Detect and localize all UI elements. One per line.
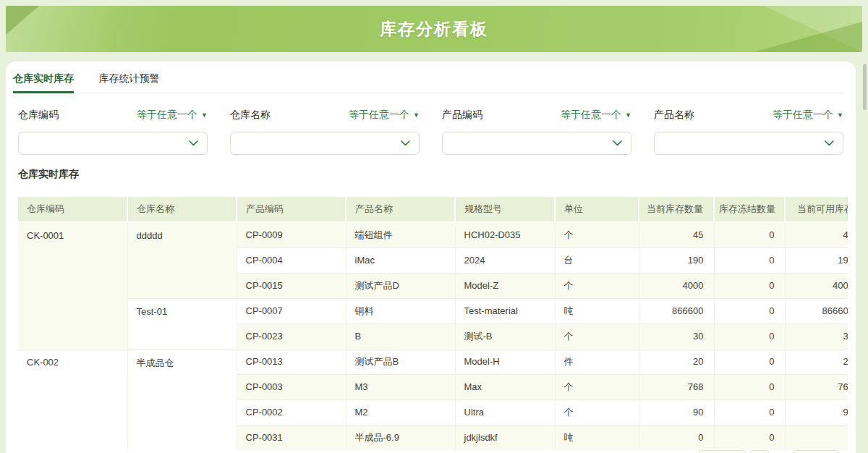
cell-spec: Test-material — [455, 298, 555, 323]
cell-frozen-stock: 0 — [714, 399, 785, 425]
cell-warehouse-name: ddddd — [127, 222, 237, 298]
dropdown-arrow-icon: ▼ — [625, 111, 631, 119]
product-code-select[interactable] — [442, 132, 631, 155]
cell-unit: 个 — [555, 374, 639, 399]
column-header: 当前可用库存 — [785, 197, 848, 222]
cell-product-code: CP-0031 — [237, 425, 346, 450]
filter-operator-dropdown[interactable]: 等于任意一个 ▼ — [561, 109, 631, 122]
cell-spec: Ultra — [455, 399, 555, 425]
cell-current-stock: 190 — [639, 247, 714, 273]
filter-product-name: 产品名称 等于任意一个 ▼ — [654, 105, 843, 155]
table-header-row: 仓库编码仓库名称产品编码产品名称规格型号单位当前库存数量库存冻结数量当前可用库存 — [18, 197, 848, 222]
cell-frozen-stock: 0 — [714, 323, 785, 349]
cell-product-name: 端钮组件 — [346, 222, 455, 247]
product-name-select[interactable] — [654, 132, 843, 155]
filter-operator-label: 等于任意一个 — [561, 109, 621, 122]
column-header: 产品编码 — [237, 197, 346, 222]
warehouse-code-select[interactable] — [18, 132, 208, 155]
tab-stock-statistics-alert[interactable]: 库存统计预警 — [98, 69, 159, 93]
cell-available-stock: 4000 — [785, 273, 848, 298]
cell-frozen-stock: 0 — [714, 374, 785, 399]
column-header: 规格型号 — [455, 197, 555, 222]
cell-spec: 测试-B — [455, 323, 555, 349]
filter-label: 仓库编码 — [18, 109, 59, 122]
cell-current-stock: 30 — [639, 323, 714, 349]
inventory-table: 仓库编码仓库名称产品编码产品名称规格型号单位当前库存数量库存冻结数量当前可用库存… — [18, 197, 848, 450]
cell-product-name: iMac — [346, 247, 455, 273]
filter-operator-dropdown[interactable]: 等于任意一个 ▼ — [773, 109, 843, 122]
cell-product-code: CP-0007 — [237, 298, 346, 323]
chevron-down-icon — [613, 140, 622, 146]
column-header: 库存冻结数量 — [714, 197, 785, 222]
cell-current-stock: 20 — [639, 349, 714, 374]
warehouse-name-select[interactable] — [230, 132, 420, 155]
cell-product-name: B — [346, 323, 455, 349]
cell-unit: 件 — [555, 349, 639, 374]
cell-frozen-stock: 0 — [714, 247, 785, 273]
table-row: CK-002半成品仓CP-0013测试产品BModel-H件20020 — [18, 349, 848, 374]
cell-current-stock: 768 — [639, 374, 714, 399]
cell-product-name: M2 — [346, 399, 455, 425]
cell-product-name: 铜料 — [346, 298, 455, 323]
cell-unit: 个 — [555, 323, 639, 349]
cell-available-stock: 0 — [785, 425, 848, 450]
cell-unit: 吨 — [555, 425, 639, 450]
cell-unit: 个 — [555, 399, 639, 425]
table-row: Test-01CP-0007铜料Test-material吨8666000866… — [18, 298, 848, 323]
cell-current-stock: 4000 — [639, 273, 714, 298]
cell-available-stock: 30 — [785, 323, 848, 349]
cell-available-stock: 45 — [785, 222, 848, 247]
filter-operator-label: 等于任意一个 — [137, 109, 197, 122]
cell-unit: 个 — [555, 273, 639, 298]
cell-frozen-stock: 0 — [714, 298, 785, 323]
filter-operator-label: 等于任意一个 — [349, 109, 409, 122]
cell-product-name: 测试产品B — [346, 349, 455, 374]
cell-spec: HCH02-D035 — [455, 222, 555, 247]
cell-warehouse-code: CK-002 — [18, 349, 127, 450]
cell-warehouse-code: CK-0001 — [18, 222, 127, 349]
filter-product-code: 产品编码 等于任意一个 ▼ — [442, 105, 631, 155]
chevron-down-icon — [825, 140, 834, 146]
cell-product-code: CP-0009 — [237, 222, 346, 247]
column-header: 单位 — [555, 197, 639, 222]
cell-spec: Model-H — [455, 349, 555, 374]
dropdown-arrow-icon: ▼ — [201, 111, 208, 119]
cell-product-name: 半成品-6.9 — [346, 425, 455, 450]
pagination-control[interactable] — [750, 450, 769, 453]
cell-available-stock: 768 — [785, 374, 848, 399]
content-card: 仓库实时库存 库存统计预警 仓库编码 等于任意一个 ▼ 仓库名称 等于任意一个 — [6, 62, 856, 453]
cell-available-stock: 190 — [785, 247, 848, 273]
column-header: 仓库编码 — [18, 197, 127, 222]
filter-operator-dropdown[interactable]: 等于任意一个 ▼ — [349, 109, 420, 122]
column-header: 当前库存数量 — [639, 197, 714, 222]
pagination-control[interactable] — [699, 450, 746, 453]
cell-warehouse-name: 半成品仓 — [127, 349, 237, 450]
page-scrollbar[interactable] — [863, 64, 867, 110]
column-header: 产品名称 — [346, 197, 455, 222]
inventory-table-container: 仓库编码仓库名称产品编码产品名称规格型号单位当前库存数量库存冻结数量当前可用库存… — [18, 197, 848, 450]
cell-product-code: CP-0023 — [237, 323, 346, 349]
inventory-dashboard-page: 库存分析看板 仓库实时库存 库存统计预警 仓库编码 等于任意一个 ▼ — [0, 0, 868, 453]
chevron-down-icon — [401, 140, 410, 146]
banner: 库存分析看板 — [6, 6, 862, 52]
cell-product-name: M3 — [346, 374, 455, 399]
filter-warehouse-name: 仓库名称 等于任意一个 ▼ — [230, 105, 420, 155]
cell-available-stock: 90 — [785, 399, 848, 425]
dropdown-arrow-icon: ▼ — [837, 111, 843, 119]
cell-current-stock: 45 — [639, 222, 714, 247]
pagination-control[interactable] — [793, 450, 838, 453]
cell-frozen-stock: 0 — [714, 425, 785, 450]
tab-warehouse-realtime-stock[interactable]: 仓库实时库存 — [13, 69, 74, 93]
cell-frozen-stock: 0 — [714, 273, 785, 298]
filter-warehouse-code: 仓库编码 等于任意一个 ▼ — [18, 105, 208, 155]
page-title: 库存分析看板 — [6, 6, 862, 52]
filter-operator-dropdown[interactable]: 等于任意一个 ▼ — [137, 109, 208, 122]
cell-product-code: CP-0015 — [237, 273, 346, 298]
cell-product-code: CP-0002 — [237, 399, 346, 425]
filter-label: 产品名称 — [654, 109, 694, 122]
cell-product-code: CP-0004 — [237, 247, 346, 273]
cell-frozen-stock: 0 — [714, 222, 785, 247]
cell-current-stock: 90 — [639, 399, 714, 425]
section-title: 仓库实时库存 — [18, 168, 79, 181]
cell-spec: jdkjlsdkf — [455, 425, 555, 450]
